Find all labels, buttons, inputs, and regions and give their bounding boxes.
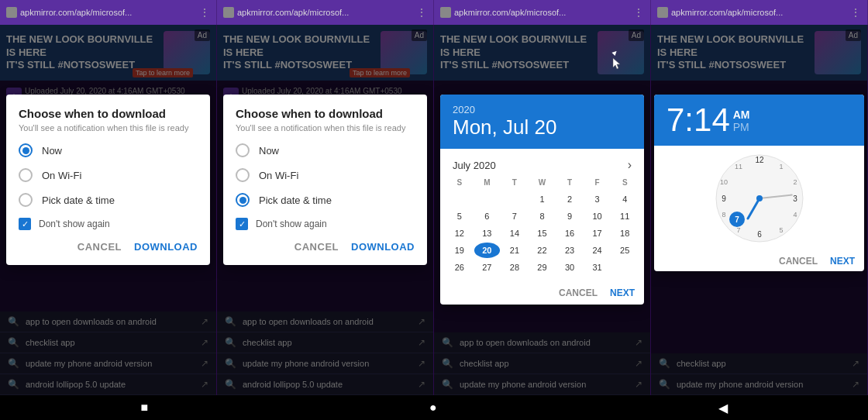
cal-day-24[interactable]: 24 (584, 243, 611, 258)
calendar-next-month-btn[interactable]: › (628, 158, 632, 172)
dont-show-row-2[interactable]: ✓ Don't show again (236, 218, 415, 230)
svg-text:11: 11 (734, 163, 742, 170)
clock-dialog: 7:14 AM PM 12 3 6 9 1 (654, 95, 864, 271)
cal-day-8[interactable]: 8 (529, 208, 556, 224)
cancel-button-2[interactable]: Cancel (294, 241, 339, 253)
tab-menu-2[interactable]: ⋮ (416, 6, 427, 19)
cal-day-4[interactable]: 4 (611, 191, 638, 207)
panel-2: THE NEW LOOK BOURNVILLE IS HERE IT'S STI… (217, 25, 434, 395)
cal-day-20[interactable]: 20 (474, 243, 501, 258)
dialog-title-1: Choose when to download (19, 107, 198, 120)
option-datetime-2[interactable]: Pick date & time (236, 193, 415, 207)
cal-day-2[interactable]: 2 (556, 191, 583, 207)
panel-1: THE NEW LOOK BOURNVILLE IS HERE IT'S STI… (0, 25, 217, 395)
browser-tab-4[interactable]: apkmirror.com/apk/microsof... ⋮ (651, 0, 868, 25)
cal-day-5[interactable]: 5 (446, 208, 473, 224)
dialog-subtitle-2: You'll see a notification when this file… (236, 123, 415, 133)
calendar-dialog: 2020 Mon, Jul 20 July 2020 › S M T W T (440, 95, 644, 305)
clock-next-button[interactable]: Next (830, 256, 855, 267)
cal-day-17[interactable]: 17 (584, 225, 611, 241)
cal-day-21[interactable]: 21 (501, 243, 528, 258)
cal-day-31[interactable]: 31 (584, 260, 611, 275)
cal-day-13[interactable]: 13 (474, 225, 501, 241)
cal-day-16[interactable]: 16 (556, 225, 583, 241)
radio-now-2[interactable] (236, 143, 250, 157)
cal-day-14[interactable]: 14 (501, 225, 528, 241)
option-now-1[interactable]: Now (19, 143, 198, 157)
cal-day-25[interactable]: 25 (611, 243, 638, 258)
cal-day-3[interactable]: 3 (584, 191, 611, 207)
cal-header-t2: T (556, 175, 583, 190)
browser-tab-2[interactable]: apkmirror.com/apk/microsof... ⋮ (217, 0, 434, 25)
svg-text:6: 6 (757, 230, 762, 239)
dont-show-checkbox-2[interactable]: ✓ (236, 218, 248, 230)
panel-3: THE NEW LOOK BOURNVILLE IS HERE IT'S STI… (434, 25, 651, 395)
nav-circle-button[interactable]: ● (417, 398, 450, 418)
clock-cancel-button[interactable]: Cancel (779, 256, 818, 267)
clock-pm[interactable]: PM (733, 121, 750, 133)
option-wifi-2[interactable]: On Wi-Fi (236, 168, 415, 182)
calendar-cancel-button[interactable]: Cancel (559, 287, 598, 298)
clock-am[interactable]: AM (733, 108, 750, 121)
cal-day-10[interactable]: 10 (584, 208, 611, 224)
favicon-2 (223, 7, 234, 18)
nav-square-button[interactable]: ■ (128, 398, 160, 418)
radio-wifi-1[interactable] (19, 168, 33, 182)
cal-day-27[interactable]: 27 (474, 260, 501, 275)
dialog-subtitle-1: You'll see a notification when this file… (19, 123, 198, 133)
radio-datetime-1[interactable] (19, 193, 33, 207)
cal-day-23[interactable]: 23 (556, 243, 583, 258)
calendar-next-button[interactable]: Next (610, 287, 635, 298)
cal-day-7[interactable]: 7 (501, 208, 528, 224)
cursor (611, 48, 619, 59)
cal-header-m: M (474, 175, 501, 190)
cal-day-26[interactable]: 26 (446, 260, 473, 275)
cal-day-11[interactable]: 11 (611, 208, 638, 224)
option-wifi-1[interactable]: On Wi-Fi (19, 168, 198, 182)
nav-triangle-button[interactable]: ◀ (706, 398, 740, 418)
svg-text:1: 1 (779, 163, 783, 170)
dont-show-row-1[interactable]: ✓ Don't show again (19, 218, 198, 230)
download-button-2[interactable]: Download (351, 241, 415, 253)
calendar-full-date: Mon, Jul 20 (453, 115, 632, 139)
tab-menu-3[interactable]: ⋮ (633, 6, 644, 19)
cal-day-1[interactable]: 1 (529, 191, 556, 207)
cal-day-9[interactable]: 9 (556, 208, 583, 224)
calendar-overlay: 2020 Mon, Jul 20 July 2020 › S M T W T (434, 25, 650, 395)
dialog-actions-2: Cancel Download (236, 241, 415, 253)
radio-datetime-2[interactable] (236, 193, 250, 207)
browser-tab-1[interactable]: apkmirror.com/apk/microsof... ⋮ (0, 0, 217, 25)
cal-header-f: F (584, 175, 611, 190)
cal-day-18[interactable]: 18 (611, 225, 638, 241)
cal-day-22[interactable]: 22 (529, 243, 556, 258)
calendar-month-label: July 2020 (453, 160, 496, 171)
favicon-4 (657, 7, 668, 18)
svg-text:5: 5 (779, 226, 783, 234)
cal-day-30[interactable]: 30 (556, 260, 583, 275)
option-now-2[interactable]: Now (236, 143, 415, 157)
clock-svg: 12 3 6 9 1 2 4 5 7 8 10 11 (713, 152, 806, 245)
cal-day-empty3 (501, 191, 528, 207)
tab-menu-1[interactable]: ⋮ (199, 6, 210, 19)
svg-text:7: 7 (735, 215, 739, 224)
cal-day-19[interactable]: 19 (446, 243, 473, 258)
download-dialog-1: Choose when to download You'll see a not… (6, 95, 210, 265)
cal-day-28[interactable]: 28 (501, 260, 528, 275)
svg-text:10: 10 (719, 178, 727, 186)
svg-text:4: 4 (793, 211, 797, 219)
cal-day-15[interactable]: 15 (529, 225, 556, 241)
cancel-button-1[interactable]: Cancel (78, 241, 122, 253)
dialog-overlay-1: Choose when to download You'll see a not… (0, 25, 216, 395)
browser-tab-3[interactable]: apkmirror.com/apk/microsof... ⋮ (434, 0, 651, 25)
cal-day-12[interactable]: 12 (446, 225, 473, 241)
option-datetime-1[interactable]: Pick date & time (19, 193, 198, 207)
dialog-actions-1: Cancel Download (19, 241, 198, 253)
cal-day-6[interactable]: 6 (474, 208, 501, 224)
tab-menu-4[interactable]: ⋮ (850, 6, 861, 19)
download-button-1[interactable]: Download (134, 241, 198, 253)
radio-wifi-2[interactable] (236, 168, 250, 182)
radio-now-1[interactable] (19, 143, 33, 157)
clock-face: 12 3 6 9 1 2 4 5 7 8 10 11 (654, 146, 864, 251)
dont-show-checkbox-1[interactable]: ✓ (19, 218, 31, 230)
cal-day-29[interactable]: 29 (529, 260, 556, 275)
